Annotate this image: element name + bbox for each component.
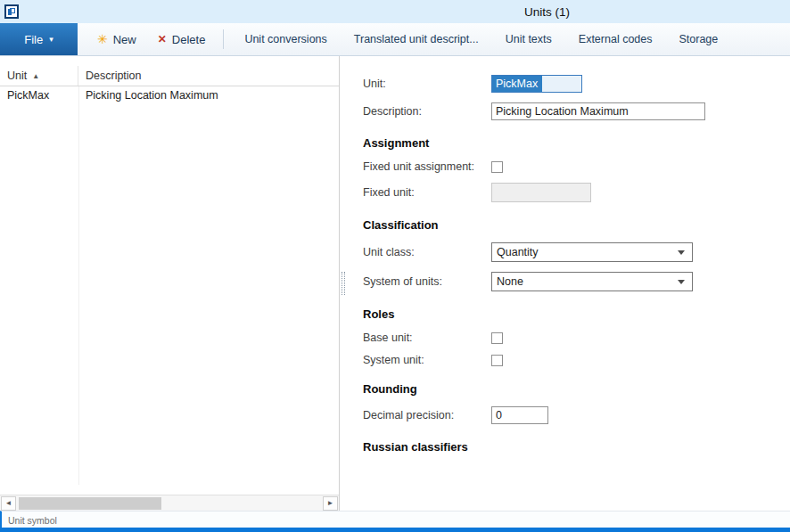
fixed-unit-row: Fixed unit: (363, 183, 790, 202)
menu-item-storage[interactable]: Storage (665, 23, 731, 55)
unit-details-pane: Unit: PickMax Description: Assignment Fi… (347, 56, 790, 511)
grid-header-row: Unit ▲ Description (0, 66, 339, 86)
toolbar-separator (223, 29, 224, 49)
unit-class-label: Unit class: (363, 246, 491, 258)
new-button[interactable]: ✳ New (86, 23, 147, 55)
description-field[interactable] (491, 102, 705, 120)
system-of-units-row: System of units: None (363, 272, 790, 291)
section-header-russian-classifiers: Russian classifiers (363, 440, 790, 454)
system-unit-checkbox[interactable] (491, 355, 503, 366)
system-of-units-dropdown[interactable]: None (491, 272, 693, 291)
chevron-down-icon (678, 250, 685, 255)
menu-item-unit-conversions[interactable]: Unit conversions (231, 23, 340, 55)
cell-unit: PickMax (0, 89, 78, 102)
chevron-down-icon (678, 280, 685, 284)
decimal-precision-row: Decimal precision: (363, 406, 790, 424)
title-bar: Units (1) (0, 0, 790, 23)
unit-field-selected-text: PickMax (492, 76, 542, 92)
grid-body: PickMax Picking Location Maximum (0, 86, 339, 485)
decimal-precision-field[interactable] (491, 406, 548, 424)
file-menu-label: File (24, 33, 43, 46)
decimal-precision-label: Decimal precision: (363, 409, 491, 422)
horizontal-scrollbar: ◄ ► (0, 495, 339, 511)
fixed-unit-field-disabled (491, 183, 591, 202)
units-grid-pane: Unit ▲ Description PickMax Picking Locat… (0, 56, 340, 511)
toolbar: File ▾ ✳ New ✕ Delete Unit conversions T… (0, 23, 790, 56)
fixed-unit-assignment-row: Fixed unit assignment: (363, 160, 790, 173)
unit-class-row: Unit class: Quantity (363, 242, 790, 262)
unit-class-value: Quantity (497, 246, 539, 258)
status-bar-text: Unit symbol (8, 515, 57, 526)
units-window: Units (1) File ▾ ✳ New ✕ Delete Unit con… (0, 0, 790, 56)
main-area: Unit ▲ Description PickMax Picking Locat… (0, 56, 790, 511)
system-of-units-value: None (497, 275, 523, 288)
section-header-roles: Roles (363, 307, 790, 321)
system-of-units-label: System of units: (363, 275, 491, 288)
unit-class-dropdown[interactable]: Quantity (491, 242, 693, 262)
scroll-right-button[interactable]: ► (323, 496, 338, 511)
status-bar: Unit symbol (0, 511, 790, 532)
window-title: Units (1) (524, 5, 570, 19)
section-header-assignment: Assignment (363, 136, 790, 150)
unit-field-row: Unit: PickMax (363, 75, 790, 93)
grid-column-header-unit-label: Unit (7, 70, 27, 82)
window-bottom-accent (2, 528, 790, 532)
fixed-unit-assignment-checkbox[interactable] (491, 161, 503, 173)
app-icon (4, 4, 19, 19)
menu-item-external-codes[interactable]: External codes (565, 23, 666, 55)
unit-field-label: Unit: (363, 78, 491, 90)
base-unit-label: Base unit: (363, 331, 491, 344)
fixed-unit-assignment-label: Fixed unit assignment: (363, 160, 491, 173)
menu-item-unit-texts[interactable]: Unit texts (492, 23, 565, 55)
description-field-row: Description: (363, 102, 790, 120)
fixed-unit-label: Fixed unit: (363, 186, 491, 199)
base-unit-row: Base unit: (363, 331, 790, 344)
delete-button[interactable]: ✕ Delete (147, 23, 217, 55)
section-header-rounding: Rounding (363, 382, 790, 396)
grid-column-header-description[interactable]: Description (78, 70, 339, 82)
scrollbar-thumb[interactable] (19, 497, 161, 510)
cell-description: Picking Location Maximum (78, 89, 339, 102)
scroll-left-button[interactable]: ◄ (1, 496, 16, 511)
system-unit-label: System unit: (363, 354, 491, 366)
delete-x-icon: ✕ (158, 33, 167, 45)
system-unit-row: System unit: (363, 354, 790, 366)
new-star-icon: ✳ (97, 32, 108, 46)
pane-splitter[interactable] (340, 56, 347, 511)
file-caret-icon: ▾ (49, 36, 53, 44)
splitter-grip-icon (342, 272, 345, 295)
new-button-label: New (113, 33, 136, 46)
grid-column-header-description-label: Description (86, 70, 142, 82)
section-header-classification: Classification (363, 218, 790, 232)
grid-column-header-unit[interactable]: Unit ▲ (0, 66, 78, 86)
sort-ascending-icon: ▲ (32, 72, 39, 80)
menu-item-translated-unit-descriptions[interactable]: Translated unit descript... (341, 23, 492, 55)
table-row[interactable]: PickMax Picking Location Maximum (0, 86, 339, 104)
unit-field[interactable]: PickMax (491, 75, 582, 93)
file-menu-button[interactable]: File ▾ (0, 23, 78, 55)
delete-button-label: Delete (172, 33, 206, 46)
base-unit-checkbox[interactable] (491, 332, 503, 344)
description-field-label: Description: (363, 105, 491, 118)
